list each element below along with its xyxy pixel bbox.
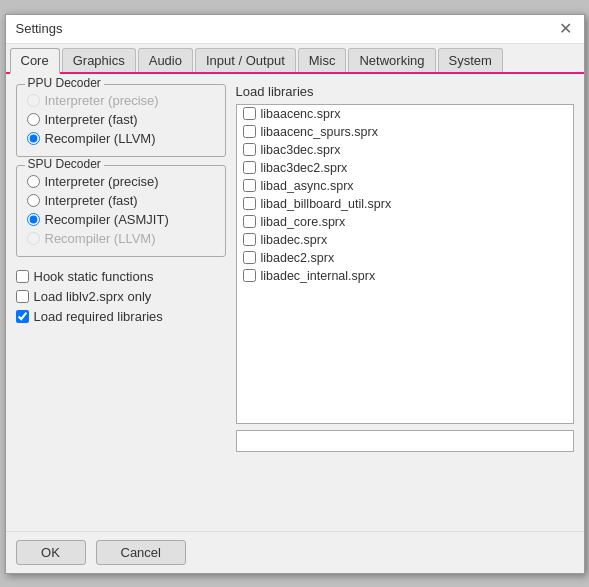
cancel-button[interactable]: Cancel (96, 540, 186, 565)
spu-interpreter-fast-option: Interpreter (fast) (27, 193, 215, 208)
lib-checkbox-9[interactable] (243, 269, 256, 282)
library-list[interactable]: libaacenc.sprx libaacenc_spurs.sprx liba… (236, 104, 574, 424)
tab-system[interactable]: System (438, 48, 503, 72)
spu-interpreter-fast-label: Interpreter (fast) (45, 193, 138, 208)
left-panel: PPU Decoder Interpreter (precise) Interp… (16, 84, 226, 521)
lib-checkbox-4[interactable] (243, 179, 256, 192)
lib-label-7: libadec.sprx (261, 233, 328, 247)
spu-recompiler-llvm-radio[interactable] (27, 232, 40, 245)
tab-core[interactable]: Core (10, 48, 60, 74)
lib-checkbox-6[interactable] (243, 215, 256, 228)
ppu-interpreter-fast-label: Interpreter (fast) (45, 112, 138, 127)
right-panel: Load libraries libaacenc.sprx libaacenc_… (236, 84, 574, 521)
hook-static-functions-option: Hook static functions (16, 269, 226, 284)
ppu-interpreter-precise-option: Interpreter (precise) (27, 93, 215, 108)
tab-bar: Core Graphics Audio Input / Output Misc … (6, 44, 584, 74)
list-item[interactable]: libadec_internal.sprx (237, 267, 573, 285)
lib-checkbox-3[interactable] (243, 161, 256, 174)
spu-recompiler-asmjit-label: Recompiler (ASMJIT) (45, 212, 169, 227)
list-item[interactable]: libadec2.sprx (237, 249, 573, 267)
library-search-input[interactable] (237, 431, 573, 451)
tab-misc[interactable]: Misc (298, 48, 347, 72)
load-required-libraries-option: Load required libraries (16, 309, 226, 324)
list-item[interactable]: libad_async.sprx (237, 177, 573, 195)
footer: OK Cancel (6, 531, 584, 573)
load-liblv2-only-label: Load liblv2.sprx only (34, 289, 152, 304)
spu-recompiler-llvm-option: Recompiler (LLVM) (27, 231, 215, 246)
list-item[interactable]: libad_billboard_util.sprx (237, 195, 573, 213)
load-liblv2-only-option: Load liblv2.sprx only (16, 289, 226, 304)
lib-label-2: libac3dec.sprx (261, 143, 341, 157)
list-item[interactable]: libadec.sprx (237, 231, 573, 249)
lib-checkbox-2[interactable] (243, 143, 256, 156)
spu-interpreter-precise-radio[interactable] (27, 175, 40, 188)
lib-checkbox-8[interactable] (243, 251, 256, 264)
list-item[interactable]: libac3dec.sprx (237, 141, 573, 159)
spu-decoder-label: SPU Decoder (25, 157, 104, 171)
tab-networking[interactable]: Networking (348, 48, 435, 72)
load-libraries-label: Load libraries (236, 84, 574, 99)
title-bar: Settings ✕ (6, 15, 584, 44)
checkbox-section: Hook static functions Load liblv2.sprx o… (16, 269, 226, 324)
spu-interpreter-precise-label: Interpreter (precise) (45, 174, 159, 189)
spu-interpreter-fast-radio[interactable] (27, 194, 40, 207)
load-required-libraries-label: Load required libraries (34, 309, 163, 324)
ppu-recompiler-llvm-radio[interactable] (27, 132, 40, 145)
load-liblv2-only-checkbox[interactable] (16, 290, 29, 303)
ok-button[interactable]: OK (16, 540, 86, 565)
lib-label-3: libac3dec2.sprx (261, 161, 348, 175)
lib-label-0: libaacenc.sprx (261, 107, 341, 121)
spu-interpreter-precise-option: Interpreter (precise) (27, 174, 215, 189)
spu-recompiler-asmjit-radio[interactable] (27, 213, 40, 226)
lib-checkbox-1[interactable] (243, 125, 256, 138)
lib-label-4: libad_async.sprx (261, 179, 354, 193)
ppu-interpreter-precise-radio[interactable] (27, 94, 40, 107)
dialog-title: Settings (16, 21, 63, 36)
spu-recompiler-asmjit-option: Recompiler (ASMJIT) (27, 212, 215, 227)
ppu-decoder-group: PPU Decoder Interpreter (precise) Interp… (16, 84, 226, 157)
spu-recompiler-llvm-label: Recompiler (LLVM) (45, 231, 156, 246)
lib-checkbox-7[interactable] (243, 233, 256, 246)
ppu-interpreter-fast-radio[interactable] (27, 113, 40, 126)
ppu-recompiler-llvm-option: Recompiler (LLVM) (27, 131, 215, 146)
list-item[interactable]: libaacenc_spurs.sprx (237, 123, 573, 141)
tab-audio[interactable]: Audio (138, 48, 193, 72)
ppu-interpreter-fast-option: Interpreter (fast) (27, 112, 215, 127)
lib-label-5: libad_billboard_util.sprx (261, 197, 392, 211)
lib-label-1: libaacenc_spurs.sprx (261, 125, 378, 139)
lib-checkbox-5[interactable] (243, 197, 256, 210)
tab-input-output[interactable]: Input / Output (195, 48, 296, 72)
hook-static-functions-checkbox[interactable] (16, 270, 29, 283)
ppu-interpreter-precise-label: Interpreter (precise) (45, 93, 159, 108)
list-item[interactable]: libac3dec2.sprx (237, 159, 573, 177)
spu-decoder-group: SPU Decoder Interpreter (precise) Interp… (16, 165, 226, 257)
ppu-recompiler-llvm-label: Recompiler (LLVM) (45, 131, 156, 146)
tab-graphics[interactable]: Graphics (62, 48, 136, 72)
load-required-libraries-checkbox[interactable] (16, 310, 29, 323)
lib-checkbox-0[interactable] (243, 107, 256, 120)
list-item[interactable]: libad_core.sprx (237, 213, 573, 231)
lib-label-6: libad_core.sprx (261, 215, 346, 229)
ppu-decoder-label: PPU Decoder (25, 76, 104, 90)
hook-static-functions-label: Hook static functions (34, 269, 154, 284)
list-item[interactable]: libaacenc.sprx (237, 105, 573, 123)
settings-dialog: Settings ✕ Core Graphics Audio Input / O… (5, 14, 585, 574)
lib-label-8: libadec2.sprx (261, 251, 335, 265)
content-area: PPU Decoder Interpreter (precise) Interp… (6, 74, 584, 531)
library-search-box[interactable] (236, 430, 574, 452)
lib-label-9: libadec_internal.sprx (261, 269, 376, 283)
close-button[interactable]: ✕ (557, 21, 574, 37)
